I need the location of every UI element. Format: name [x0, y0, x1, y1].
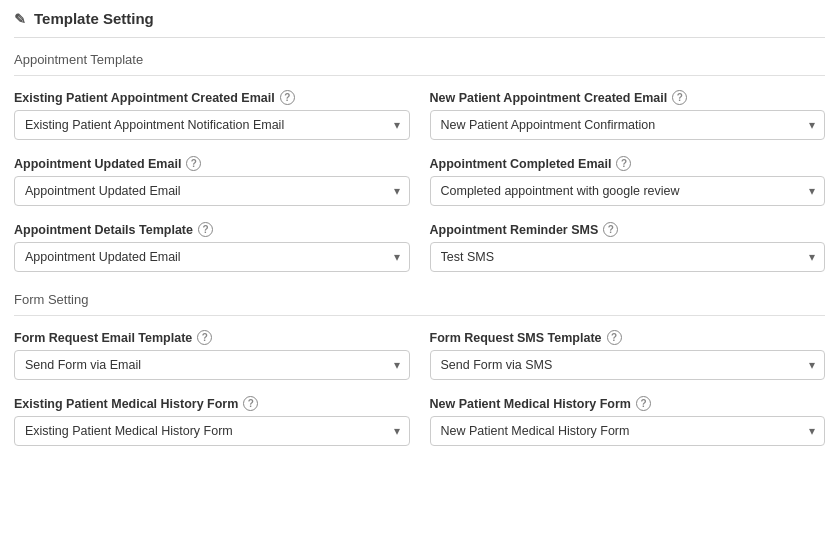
select-appointment-reminder-sms[interactable]: Test SMS	[430, 242, 826, 272]
help-icon-appointment-reminder-sms[interactable]: ?	[603, 222, 618, 237]
help-icon-new-patient-medical-form[interactable]: ?	[636, 396, 651, 411]
form-setting-section: Form Setting Form Request Email Template…	[14, 292, 825, 446]
page-title-container: ✎ Template Setting	[14, 10, 825, 38]
select-form-request-email[interactable]: Send Form via Email	[14, 350, 410, 380]
field-group-existing-patient-appt-created: Existing Patient Appointment Created Ema…	[14, 90, 410, 140]
help-icon-new-patient-appt-created[interactable]: ?	[672, 90, 687, 105]
edit-icon: ✎	[14, 11, 26, 27]
field-group-form-request-sms: Form Request SMS Template ? Send Form vi…	[430, 330, 826, 380]
help-icon-existing-patient-appt-created[interactable]: ?	[280, 90, 295, 105]
appointment-row-2: Appointment Updated Email ? Appointment …	[14, 156, 825, 206]
field-group-form-request-email: Form Request Email Template ? Send Form …	[14, 330, 410, 380]
select-form-request-sms[interactable]: Send Form via SMS	[430, 350, 826, 380]
label-existing-patient-appt-created: Existing Patient Appointment Created Ema…	[14, 90, 410, 105]
field-group-new-patient-medical-form: New Patient Medical History Form ? New P…	[430, 396, 826, 446]
label-appointment-reminder-sms: Appointment Reminder SMS ?	[430, 222, 826, 237]
select-existing-patient-appt-created[interactable]: Existing Patient Appointment Notificatio…	[14, 110, 410, 140]
select-wrapper-form-request-sms: Send Form via SMS	[430, 350, 826, 380]
label-appointment-completed: Appointment Completed Email ?	[430, 156, 826, 171]
select-appointment-updated[interactable]: Appointment Updated Email	[14, 176, 410, 206]
appointment-section-title: Appointment Template	[14, 52, 825, 76]
field-group-existing-patient-medical-form: Existing Patient Medical History Form ? …	[14, 396, 410, 446]
label-new-patient-medical-form: New Patient Medical History Form ?	[430, 396, 826, 411]
label-form-request-email: Form Request Email Template ?	[14, 330, 410, 345]
page-title: Template Setting	[34, 10, 154, 27]
help-icon-existing-patient-medical-form[interactable]: ?	[243, 396, 258, 411]
label-form-request-sms: Form Request SMS Template ?	[430, 330, 826, 345]
field-group-new-patient-appt-created: New Patient Appointment Created Email ? …	[430, 90, 826, 140]
help-icon-form-request-sms[interactable]: ?	[607, 330, 622, 345]
select-wrapper-appointment-reminder-sms: Test SMS	[430, 242, 826, 272]
appointment-row-1: Existing Patient Appointment Created Ema…	[14, 90, 825, 140]
select-wrapper-new-patient-medical-form: New Patient Medical History Form	[430, 416, 826, 446]
select-wrapper-appointment-completed: Completed appointment with google review	[430, 176, 826, 206]
label-existing-patient-medical-form: Existing Patient Medical History Form ?	[14, 396, 410, 411]
field-group-appointment-details: Appointment Details Template ? Appointme…	[14, 222, 410, 272]
field-group-appointment-reminder-sms: Appointment Reminder SMS ? Test SMS	[430, 222, 826, 272]
form-section-title: Form Setting	[14, 292, 825, 316]
form-row-2: Existing Patient Medical History Form ? …	[14, 396, 825, 446]
appointment-row-3: Appointment Details Template ? Appointme…	[14, 222, 825, 272]
help-icon-appointment-details[interactable]: ?	[198, 222, 213, 237]
label-appointment-updated: Appointment Updated Email ?	[14, 156, 410, 171]
form-row-1: Form Request Email Template ? Send Form …	[14, 330, 825, 380]
select-new-patient-medical-form[interactable]: New Patient Medical History Form	[430, 416, 826, 446]
select-wrapper-new-patient-appt-created: New Patient Appointment Confirmation	[430, 110, 826, 140]
select-existing-patient-medical-form[interactable]: Existing Patient Medical History Form	[14, 416, 410, 446]
select-wrapper-appointment-details: Appointment Updated Email	[14, 242, 410, 272]
appointment-template-section: Appointment Template Existing Patient Ap…	[14, 52, 825, 272]
label-new-patient-appt-created: New Patient Appointment Created Email ?	[430, 90, 826, 105]
select-wrapper-existing-patient-medical-form: Existing Patient Medical History Form	[14, 416, 410, 446]
label-appointment-details: Appointment Details Template ?	[14, 222, 410, 237]
select-wrapper-appointment-updated: Appointment Updated Email	[14, 176, 410, 206]
help-icon-appointment-updated[interactable]: ?	[186, 156, 201, 171]
help-icon-form-request-email[interactable]: ?	[197, 330, 212, 345]
field-group-appointment-updated: Appointment Updated Email ? Appointment …	[14, 156, 410, 206]
select-wrapper-form-request-email: Send Form via Email	[14, 350, 410, 380]
select-wrapper-existing-patient-appt-created: Existing Patient Appointment Notificatio…	[14, 110, 410, 140]
help-icon-appointment-completed[interactable]: ?	[616, 156, 631, 171]
field-group-appointment-completed: Appointment Completed Email ? Completed …	[430, 156, 826, 206]
select-new-patient-appt-created[interactable]: New Patient Appointment Confirmation	[430, 110, 826, 140]
select-appointment-details[interactable]: Appointment Updated Email	[14, 242, 410, 272]
select-appointment-completed[interactable]: Completed appointment with google review	[430, 176, 826, 206]
